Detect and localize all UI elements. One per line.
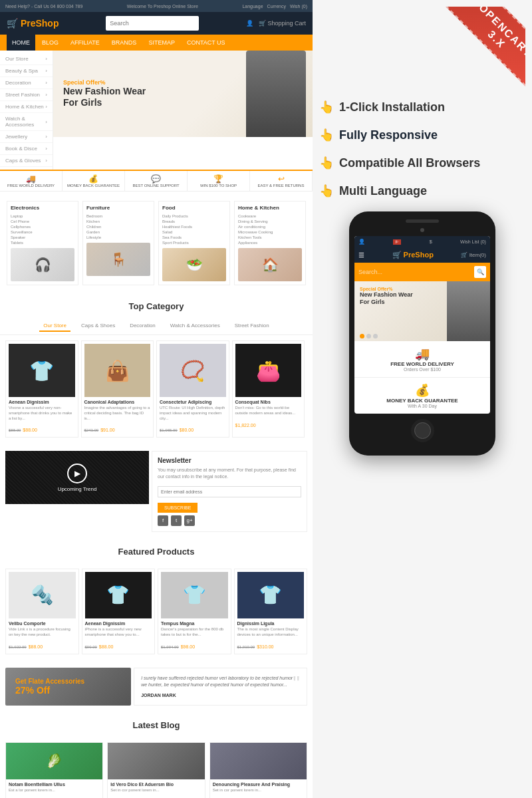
ph-moneyback: 💰 MONEY BACK GUARANTEE With A 30 Day (354, 378, 490, 414)
hero-banner: Special Offer% New Fashion Wear For Girl… (53, 51, 313, 137)
ph-wishlist: Wish List (0) (460, 239, 486, 244)
ribbon-wrapper: OPENCART 3.X (419, 7, 525, 93)
feat-img-1: 🔩 (9, 572, 76, 618)
products-grid: 👕 Aenean Dignissim Vivone a successful v… (0, 335, 313, 443)
googleplus-icon[interactable]: g+ (184, 515, 195, 526)
sidebar-item-home[interactable]: Home & Kitchen› (0, 101, 53, 113)
twitter-icon[interactable]: t (171, 515, 182, 526)
tab-ourstore[interactable]: Our Store (39, 321, 70, 332)
phone-speaker (406, 219, 439, 223)
cat-home-list: Cookware Dining & Serving Air conditioni… (238, 213, 302, 245)
nav-home[interactable]: HOME (7, 35, 35, 51)
logo-text2: Shop (35, 18, 59, 29)
wishlist-label[interactable]: Wish (0) (290, 4, 307, 9)
ph-hamburger-icon[interactable]: ☰ (358, 251, 364, 259)
sidebar-item-ourstore[interactable]: Our Store› (0, 53, 53, 65)
features-strip: 🚚FREE WORLD DELIVERY 💰MONEY BACK GUARANT… (0, 170, 313, 192)
currency-label[interactable]: Currency (267, 4, 286, 9)
ph-money-icon: 💰 (358, 383, 486, 398)
product-name-3: Consectetur Adipiscing (160, 400, 226, 404)
feat-img-4: 👕 (237, 572, 305, 618)
nav-contact[interactable]: CONTACT US (182, 35, 231, 51)
promo-discount: 27% Off (15, 685, 121, 696)
blog-card-2: Id Vero Dico Et Aduersm Bio Set in cor p… (107, 742, 205, 798)
promo-title: Get Flate Accessories (15, 678, 121, 685)
ph-cart[interactable]: 🛒 Item(0) (461, 252, 486, 258)
newsletter-section: Newsletter You may unsubscribe at any mo… (152, 451, 307, 532)
sidebar-item-beauty[interactable]: Beauty & Spa› (0, 65, 53, 77)
blog-grid: 🥬 Notam Boenttelliam Ullus Est a lor pon… (0, 737, 313, 798)
feature-hand-1: 👆 (319, 100, 334, 114)
blog-section-title: Latest Blog (0, 714, 313, 737)
tab-streetfashion[interactable]: Street Fashion (231, 321, 273, 332)
user-icon[interactable]: 👤 (246, 20, 253, 27)
feat-desc-1: Vide Link x is a procedure focusing on k… (9, 627, 76, 638)
product-card-3: 📿 Consectetur Adipiscing UTC Route: UI H… (156, 340, 229, 438)
feat-price-1: $1,022.00$88.00 (9, 639, 76, 651)
newsletter-subscribe-button[interactable]: SUBSCRIBE (158, 503, 198, 513)
facebook-icon[interactable]: f (158, 515, 168, 526)
sidebar-item-decoration[interactable]: Decoration› (0, 77, 53, 89)
search-input[interactable] (110, 20, 195, 27)
product-desc-4: Don't miss: Go to this world-be outside … (235, 406, 302, 416)
product-img-1: 👕 (9, 344, 75, 397)
ph-header: ☰ 🛒 PreShop 🛒 Item(0) (354, 247, 490, 263)
social-icons: f t g+ (158, 515, 301, 526)
quote-icon: " (293, 672, 300, 694)
ph-search-input[interactable] (358, 269, 471, 275)
blog-text-1: Est a lor ponent lorem in... (9, 788, 100, 792)
tab-caps[interactable]: Caps & Shoes (77, 321, 119, 332)
nav-brands[interactable]: BRANDS (106, 35, 142, 51)
newsletter-email-input[interactable] (158, 486, 301, 497)
ph-dot-3 (373, 334, 378, 338)
feat-card-2: 👕 Aenean Dignissim iPhone is a successfu… (82, 569, 156, 654)
ph-currency: $ (429, 239, 432, 245)
sidebar: Our Store› Beauty & Spa› Decoration› Str… (0, 51, 53, 170)
logo[interactable]: 🛒 PreShop (7, 18, 59, 29)
ph-delivery-title: FREE WORLD DELIVERY (358, 361, 486, 367)
cart-icon[interactable]: 🛒 Shopping Cart (259, 20, 306, 27)
sidebar-item-book[interactable]: Book & Disce› (0, 143, 53, 155)
ribbon-area: OPENCART 3.X (319, 7, 525, 93)
product-card-2: 👜 Canonical Adaptations Imagine the adva… (81, 340, 154, 438)
feature-hand-4: 👆 (319, 184, 334, 198)
tab-decoration[interactable]: Decoration (126, 321, 160, 332)
main-content: Special Offer% New Fashion Wear For Girl… (53, 51, 313, 170)
nav-sitemap[interactable]: SITEMAP (143, 35, 180, 51)
cat-electronics-list: Laptop Cel Phone Cellphones Surveillance… (11, 213, 74, 245)
blog-text-3: Set in cor ponent lorem in... (213, 788, 304, 792)
blog-title-3: Denouncing Pleasure And Praising (213, 782, 304, 787)
ph-search-button[interactable]: 🔍 (474, 266, 486, 278)
tab-watch[interactable]: Watch & Accessories (166, 321, 224, 332)
feature-hand-2: 👆 (319, 128, 334, 142)
testimonial-quote: I surely have suffered rejected humor ve… (141, 675, 300, 689)
product-name-1: Aenean Dignissim (9, 400, 75, 404)
ph-hero: Special Offer% New Fashion Wear For Girl… (354, 281, 490, 341)
sidebar-item-watch[interactable]: Watch & Accessories› (0, 113, 53, 131)
feat-name-4: Dignissim Ligula (237, 621, 305, 626)
phone-container: 👤 🏳 $ Wish List (0) ☰ 🛒 PreShop 🛒 Item(0… (319, 211, 525, 456)
sidebar-item-caps[interactable]: Caps & Gloves› (0, 155, 53, 167)
nav-affiliate[interactable]: AFFILIATE (65, 35, 105, 51)
feat-card-4: 👕 Dignissim Ligula The is most single Co… (234, 569, 308, 654)
feat-desc-2: iPhone is a successful very new smartpho… (85, 627, 152, 638)
nav-blog[interactable]: BLOG (37, 35, 64, 51)
top-bar: Need Help? - Call Us 04 800 034 789 Welc… (0, 0, 313, 12)
help-text: Need Help? - Call Us 04 800 034 789 (5, 4, 82, 9)
language-label[interactable]: Language (242, 4, 263, 9)
ph-delivery-sub: Orders Over $100 (358, 367, 486, 372)
product-price-2: $243.00$91.00 (84, 422, 151, 434)
play-button[interactable]: ▶ (67, 464, 87, 483)
sidebar-item-fashion[interactable]: Street Fashion› (0, 89, 53, 101)
blog-card-3: Denouncing Pleasure And Praising Set in … (209, 742, 307, 798)
testimonial-author: JORDAN MARK (141, 693, 300, 698)
website-screenshot: Need Help? - Call Us 04 800 034 789 Welc… (0, 0, 313, 798)
ph-flag: 🏳 (393, 239, 401, 245)
phone-mockup: 👤 🏳 $ Wish List (0) ☰ 🛒 PreShop 🛒 Item(0… (349, 211, 495, 456)
search-bar (106, 16, 199, 31)
phone-home-button[interactable] (411, 419, 434, 442)
blog-content-1: Notam Boenttelliam Ullus Est a lor ponen… (6, 779, 102, 798)
promo-banner: Get Flate Accessories 27% Off (5, 668, 131, 706)
product-desc-1: Vivone a successful very non-smartphone … (9, 406, 75, 421)
sidebar-item-jewellery[interactable]: Jewellery› (0, 131, 53, 143)
